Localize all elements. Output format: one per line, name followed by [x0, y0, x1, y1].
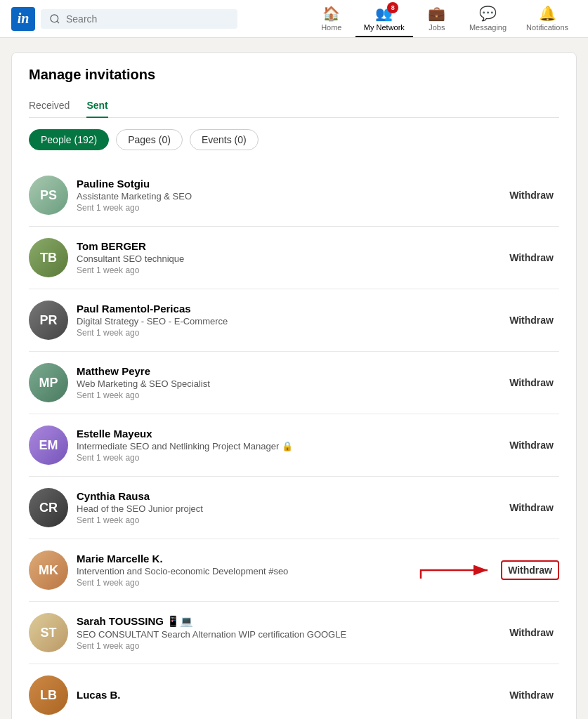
person-info: Lucas B. — [77, 689, 495, 702]
invitation-item: TBTom BERGERConsultant SEO techniqueSent… — [29, 227, 559, 289]
person-name: Lucas B. — [77, 689, 495, 701]
person-info: Cynthia RausaHead of the SEO Junior proj… — [77, 490, 495, 525]
withdraw-button[interactable]: Withdraw — [504, 499, 559, 516]
invitation-list: PSPauline SotgiuAssistante Marketing & S… — [29, 164, 559, 719]
page-title: Manage invitations — [29, 67, 559, 83]
sent-time: Sent 1 week ago — [77, 390, 495, 400]
filter-pill-people[interactable]: People (192) — [29, 129, 109, 150]
person-title: Web Marketing & SEO Specialist — [77, 378, 495, 389]
withdraw-button[interactable]: Withdraw — [501, 560, 559, 580]
linkedin-logo[interactable]: in — [11, 7, 35, 31]
avatar: PS — [29, 176, 68, 215]
sent-time: Sent 1 week ago — [77, 328, 495, 338]
person-title: Digital Strategy - SEO - E-Commerce — [77, 316, 495, 326]
search-icon — [49, 13, 60, 25]
person-title: Assistante Marketing & SEO — [77, 191, 495, 202]
sent-time: Sent 1 week ago — [77, 641, 495, 651]
nav-item-jobs[interactable]: 💼 Jobs — [416, 1, 458, 37]
avatar: MP — [29, 363, 68, 402]
invitation-item: MKMarie Marcelle K.Intervention and Soci… — [29, 539, 559, 602]
invitation-item: PSPauline SotgiuAssistante Marketing & S… — [29, 164, 559, 227]
person-title: Intermediate SEO and Netlinking Project … — [77, 441, 495, 451]
person-name: Estelle Mayeux — [77, 428, 495, 440]
person-name: Tom BERGER — [77, 240, 495, 252]
person-name: Sarah TOUSSING 📱💻 — [77, 615, 495, 628]
person-name: Marie Marcelle K. — [77, 553, 405, 565]
filter-pill-events[interactable]: Events (0) — [190, 129, 259, 150]
nav-item-my-network[interactable]: 👥 8 My Network — [355, 1, 413, 37]
sent-time: Sent 1 week ago — [77, 453, 495, 463]
person-info: Marie Marcelle K.Intervention and Socio-… — [77, 553, 405, 588]
search-bar[interactable] — [41, 9, 237, 29]
filter-pill-pages[interactable]: Pages (0) — [116, 129, 183, 150]
invitation-item: EMEstelle MayeuxIntermediate SEO and Net… — [29, 414, 559, 477]
withdraw-button[interactable]: Withdraw — [504, 187, 559, 204]
invitation-item: MPMatthew PeyreWeb Marketing & SEO Speci… — [29, 352, 559, 414]
person-title: Consultant SEO technique — [77, 253, 495, 264]
home-label: Home — [321, 23, 341, 32]
navbar: in 🏠 Home 👥 8 My Network 💼 Jobs 💬 Messag… — [0, 0, 588, 38]
sent-time: Sent 1 week ago — [77, 265, 495, 275]
person-info: Sarah TOUSSING 📱💻SEO CONSULTANT Search A… — [77, 615, 495, 651]
filter-pills: People (192)Pages (0)Events (0) — [29, 129, 559, 150]
home-icon: 🏠 — [322, 5, 340, 22]
person-name: Matthew Peyre — [77, 365, 495, 377]
avatar: LB — [29, 675, 68, 715]
withdraw-button[interactable]: Withdraw — [504, 374, 559, 391]
svg-line-1 — [57, 21, 59, 23]
avatar: TB — [29, 238, 68, 277]
avatar: PR — [29, 301, 68, 340]
person-info: Paul Ramentol-PericasDigital Strategy - … — [77, 303, 495, 338]
jobs-icon: 💼 — [428, 5, 445, 22]
my-network-badge: 8 — [387, 2, 398, 13]
person-info: Matthew PeyreWeb Marketing & SEO Special… — [77, 365, 495, 400]
tab-sent[interactable]: Sent — [86, 94, 107, 118]
person-info: Estelle MayeuxIntermediate SEO and Netli… — [77, 428, 495, 463]
withdraw-button[interactable]: Withdraw — [504, 624, 559, 641]
person-info: Pauline SotgiuAssistante Marketing & SEO… — [77, 178, 495, 213]
tabs: ReceivedSent — [29, 94, 559, 118]
main-content: Manage invitations ReceivedSent People (… — [0, 38, 588, 719]
my-network-label: My Network — [364, 23, 405, 32]
svg-point-0 — [51, 15, 58, 22]
invitation-item: PRPaul Ramentol-PericasDigital Strategy … — [29, 289, 559, 352]
withdraw-button[interactable]: Withdraw — [504, 437, 559, 454]
my-network-icon: 👥 8 — [375, 5, 393, 22]
person-info: Tom BERGERConsultant SEO techniqueSent 1… — [77, 240, 495, 275]
invitation-item: STSarah TOUSSING 📱💻SEO CONSULTANT Search… — [29, 602, 559, 664]
nav-item-notifications[interactable]: 🔔 Notifications — [518, 1, 577, 37]
person-title: Intervention and Socio-economic Developm… — [77, 566, 405, 576]
notifications-label: Notifications — [526, 23, 568, 32]
withdraw-button[interactable]: Withdraw — [504, 249, 559, 266]
tab-received[interactable]: Received — [29, 94, 70, 118]
avatar: ST — [29, 613, 68, 652]
messaging-icon: 💬 — [479, 5, 497, 22]
nav-item-messaging[interactable]: 💬 Messaging — [461, 1, 515, 37]
sent-time: Sent 1 week ago — [77, 515, 495, 525]
search-input[interactable] — [66, 13, 229, 25]
sent-time: Sent 1 week ago — [77, 578, 405, 588]
invitation-item: CRCynthia RausaHead of the SEO Junior pr… — [29, 477, 559, 539]
invitations-card: Manage invitations ReceivedSent People (… — [11, 52, 577, 719]
nav-item-home[interactable]: 🏠 Home — [311, 1, 353, 37]
red-arrow — [414, 556, 498, 584]
notifications-icon: 🔔 — [539, 5, 556, 22]
person-name: Pauline Sotgiu — [77, 178, 495, 190]
nav-items: 🏠 Home 👥 8 My Network 💼 Jobs 💬 Messaging… — [311, 1, 577, 37]
messaging-label: Messaging — [469, 23, 507, 32]
person-name: Cynthia Rausa — [77, 490, 495, 502]
jobs-label: Jobs — [429, 23, 445, 32]
withdraw-button[interactable]: Withdraw — [504, 312, 559, 329]
invitation-item: LBLucas B.Withdraw — [29, 664, 559, 719]
avatar: MK — [29, 550, 68, 590]
sent-time: Sent 1 week ago — [77, 203, 495, 213]
avatar: EM — [29, 426, 68, 465]
withdraw-button[interactable]: Withdraw — [504, 687, 559, 704]
avatar: CR — [29, 488, 68, 527]
person-title: SEO CONSULTANT Search Alternation WIP ce… — [77, 629, 495, 640]
person-title: Head of the SEO Junior project — [77, 503, 495, 514]
person-name: Paul Ramentol-Pericas — [77, 303, 495, 315]
